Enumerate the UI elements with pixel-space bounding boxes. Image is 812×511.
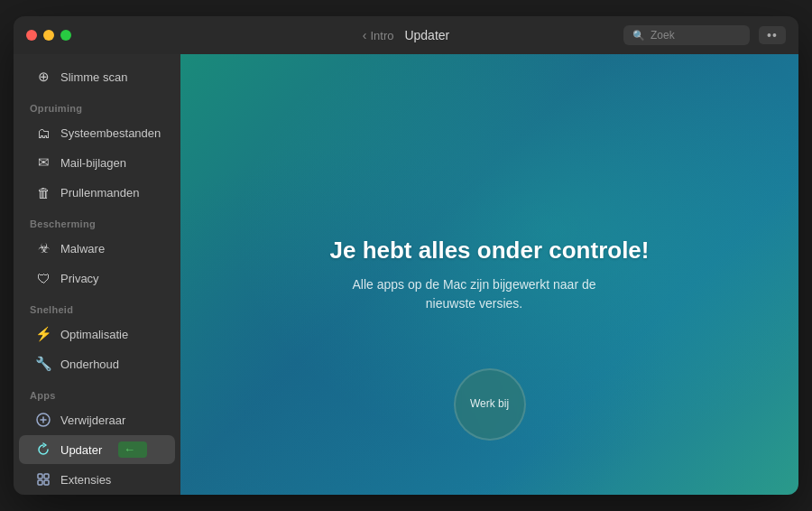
sidebar-item-label: Prullenmanden [60, 186, 139, 200]
window-title: Updater [404, 28, 449, 42]
malware-icon: ☣ [35, 240, 51, 256]
sidebar-item-label: Privacy [60, 272, 99, 285]
sidebar-item-label: Slimme scan [60, 70, 127, 84]
extensies-icon [35, 471, 51, 488]
section-label-opruiming: Opruiming [14, 92, 180, 117]
sidebar-item-systeembestanden[interactable]: 🗂 Systeembestanden [19, 118, 175, 147]
sidebar-item-label: Onderhoud [60, 358, 119, 371]
main-content: ⊕ Slimme scan Opruiming 🗂 Systeembestand… [14, 54, 798, 495]
sidebar-item-optimalisatie[interactable]: ⚡ Optimalisatie [19, 320, 175, 348]
svg-rect-6 [44, 480, 49, 485]
slimme-scan-icon: ⊕ [35, 69, 51, 85]
search-box[interactable]: 🔍 Zoek [623, 25, 750, 45]
search-icon: 🔍 [632, 30, 645, 42]
sidebar-item-label: Mail-bijlagen [60, 156, 126, 170]
menu-dots-icon: •• [767, 28, 778, 42]
titlebar-center: ‹ Intro Updater [363, 28, 450, 42]
sidebar-item-malware[interactable]: ☣ Malware [19, 234, 175, 263]
sidebar-item-extensies[interactable]: Extensies [19, 465, 175, 494]
arrow-indicator: ← [118, 441, 147, 458]
section-label-snelheid: Snelheid [14, 293, 180, 319]
systeembestanden-icon: 🗂 [35, 125, 51, 141]
privacy-icon: 🛡 [35, 270, 51, 286]
titlebar-right: 🔍 Zoek •• [623, 25, 786, 45]
sidebar-item-privacy[interactable]: 🛡 Privacy [19, 264, 175, 293]
panel-title: Je hebt alles onder controle! [330, 237, 650, 265]
sidebar-item-updater[interactable]: Updater ← [19, 435, 175, 464]
search-placeholder: Zoek [651, 29, 675, 42]
back-button[interactable]: ‹ Intro [363, 28, 394, 42]
svg-rect-3 [38, 474, 42, 478]
prullenmanden-icon: 🗑 [35, 184, 51, 200]
sidebar-item-label: Updater [60, 443, 102, 457]
sidebar-item-onderhoud[interactable]: 🔧 Onderhoud [19, 349, 175, 378]
close-button[interactable] [26, 30, 37, 41]
titlebar: ‹ Intro Updater 🔍 Zoek •• [14, 16, 798, 54]
sidebar: ⊕ Slimme scan Opruiming 🗂 Systeembestand… [14, 54, 180, 495]
werk-bij-button[interactable]: Werk bij [454, 368, 526, 441]
right-panel: Je hebt alles onder controle! Alle apps … [180, 54, 798, 495]
updater-icon [35, 441, 51, 458]
sidebar-item-verwijderaar[interactable]: Verwijderaar [19, 405, 175, 434]
sidebar-item-label: Optimalisatie [60, 328, 128, 341]
sidebar-item-mail-bijlagen[interactable]: ✉ Mail-bijlagen [19, 148, 175, 177]
panel-content: Je hebt alles onder controle! Alle apps … [312, 218, 668, 331]
section-label-apps: Apps [14, 379, 180, 404]
sidebar-item-label: Malware [60, 242, 105, 256]
svg-text:←: ← [124, 442, 135, 456]
sidebar-item-slimme-scan[interactable]: ⊕ Slimme scan [19, 62, 175, 91]
sidebar-item-label: Systeembestanden [60, 126, 161, 140]
sidebar-item-prullenmanden[interactable]: 🗑 Prullenmanden [19, 178, 175, 207]
back-chevron-icon: ‹ [363, 28, 367, 42]
onderhoud-icon: 🔧 [35, 356, 51, 372]
svg-rect-4 [44, 474, 49, 478]
optimalisatie-icon: ⚡ [35, 326, 51, 342]
svg-rect-5 [38, 480, 42, 485]
panel-subtitle: Alle apps op de Mac zijn bijgewerkt naar… [330, 275, 619, 313]
sidebar-item-label: Verwijderaar [60, 413, 125, 427]
werk-bij-label: Werk bij [470, 397, 509, 412]
back-label: Intro [370, 29, 393, 42]
menu-button[interactable]: •• [759, 26, 786, 44]
sidebar-item-label: Extensies [60, 473, 111, 487]
verwijderaar-icon [35, 412, 51, 428]
section-label-bescherming: Bescherming [14, 208, 180, 233]
minimize-button[interactable] [43, 30, 54, 41]
traffic-lights [26, 30, 71, 41]
app-window: ‹ Intro Updater 🔍 Zoek •• ⊕ Slimme scan [14, 16, 798, 495]
mail-bijlagen-icon: ✉ [35, 154, 51, 171]
maximize-button[interactable] [60, 30, 71, 41]
